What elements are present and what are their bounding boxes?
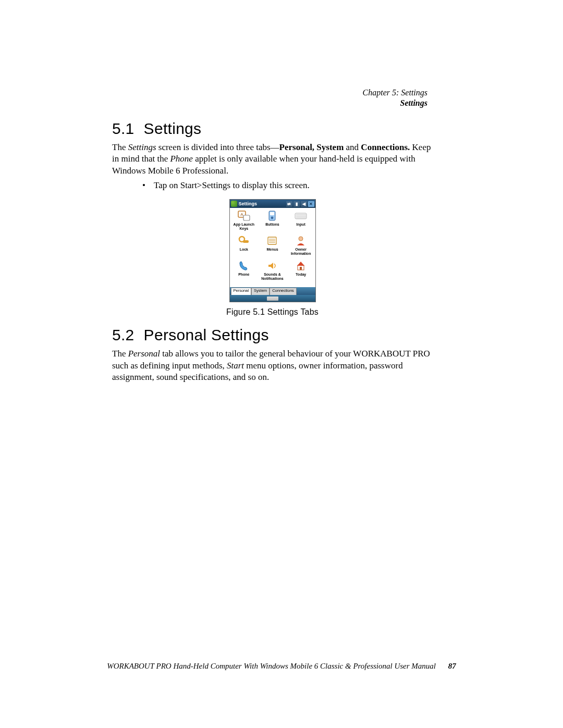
keyboard-icon[interactable]: [267, 297, 278, 301]
volume-icon: ◀: [301, 201, 307, 207]
figure-5-1: Settings ⇄ ▮ ◀ ✕ A App Launch Keys But: [112, 199, 433, 317]
app-menus[interactable]: Menus: [258, 235, 287, 259]
heading-text: Personal Settings: [144, 326, 269, 343]
app-buttons[interactable]: Buttons: [258, 210, 287, 234]
svg-point-5: [271, 217, 274, 219]
lock-icon: [238, 235, 250, 246]
heading-number: 5.1: [112, 120, 134, 138]
connectivity-icon: ⇄: [286, 201, 292, 207]
tab-connections[interactable]: Connections: [270, 288, 297, 295]
svg-rect-4: [270, 212, 274, 215]
phone-icon: [238, 260, 250, 272]
svg-rect-2: [243, 215, 250, 220]
svg-point-16: [299, 237, 303, 241]
app-launch-keys-icon: A: [237, 210, 251, 221]
app-launch-keys[interactable]: A App Launch Keys: [230, 210, 259, 234]
app-sounds-notifications[interactable]: Sounds & Notifications: [258, 260, 287, 284]
sounds-icon: [266, 260, 278, 272]
app-today[interactable]: Today: [287, 260, 315, 284]
wm-title: Settings: [239, 201, 258, 206]
input-icon: [294, 210, 308, 221]
owner-icon: [295, 235, 307, 246]
menus-icon: [266, 235, 278, 246]
svg-marker-18: [297, 262, 304, 266]
app-lock[interactable]: Lock: [230, 235, 259, 259]
wm-tabbar: Personal System Connections: [230, 287, 315, 295]
buttons-icon: [266, 210, 278, 221]
start-icon: [231, 201, 237, 207]
bullet-item: Tap on Start>Settings to display this sc…: [142, 180, 433, 192]
svg-rect-11: [243, 240, 249, 243]
tab-personal[interactable]: Personal: [231, 288, 252, 295]
page-header: Chapter 5: Settings Settings: [363, 88, 427, 108]
app-owner-information[interactable]: Owner Information: [287, 235, 315, 259]
wm-titlebar: Settings ⇄ ▮ ◀ ✕: [230, 200, 315, 208]
today-icon: [295, 260, 307, 272]
section-label: Settings: [363, 98, 427, 108]
footer-text: WORKABOUT PRO Hand-Held Computer With Wi…: [107, 662, 436, 670]
app-input[interactable]: Input: [287, 210, 315, 234]
paragraph-2: The Personal tab allows you to tailor th…: [112, 348, 433, 383]
page-number: 87: [448, 662, 456, 670]
wm-sip-bar: [230, 295, 315, 302]
bullet-list: Tap on Start>Settings to display this sc…: [142, 180, 433, 192]
heading-text: Settings: [144, 120, 202, 137]
heading-number: 5.2: [112, 326, 134, 344]
app-phone[interactable]: Phone: [230, 260, 259, 284]
heading-5-2: 5.2Personal Settings: [112, 326, 433, 344]
close-icon: ✕: [308, 201, 314, 207]
paragraph-1: The Settings screen is divided into thre…: [112, 142, 433, 177]
chapter-label: Chapter 5: Settings: [363, 88, 427, 98]
svg-rect-19: [300, 267, 302, 270]
heading-5-1: 5.1Settings: [112, 120, 433, 138]
app-grid: A App Launch Keys Buttons Input Lock: [230, 208, 315, 287]
device-screenshot: Settings ⇄ ▮ ◀ ✕ A App Launch Keys But: [229, 199, 316, 302]
figure-caption: Figure 5.1 Settings Tabs: [226, 307, 319, 317]
signal-icon: ▮: [293, 201, 300, 207]
tab-system[interactable]: System: [251, 288, 270, 295]
page-footer: WORKABOUT PRO Hand-Held Computer With Wi…: [0, 662, 563, 671]
